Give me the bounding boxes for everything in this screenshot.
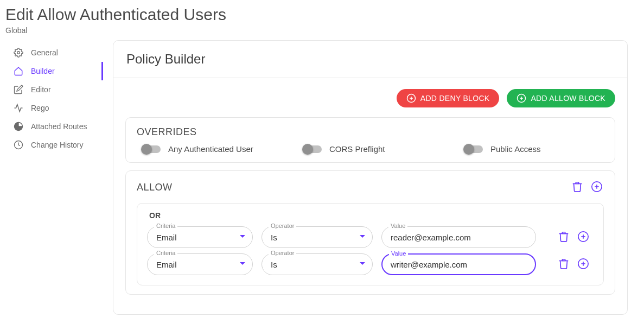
value-text[interactable] [391,260,529,269]
svg-point-0 [17,52,20,54]
trash-icon [571,181,583,193]
allow-section: ALLOW OR [125,170,615,295]
field-label: Value [388,223,407,229]
pie-chart-icon [14,122,23,131]
button-label: ADD ALLOW BLOCK [531,94,605,103]
chevron-down-icon [359,259,366,269]
add-rule-button[interactable] [576,230,590,245]
rule-row: Criteria Email Operator Is [147,226,594,248]
activity-icon [14,103,23,113]
criteria-value: Email [156,233,239,242]
sidebar-item-label: General [31,48,58,57]
toggle-any-authenticated-user[interactable] [142,145,161,153]
trash-icon [558,258,570,270]
override-label: Any Authenticated User [168,144,253,154]
plus-circle-icon [577,258,589,270]
sidebar-item-label: Change History [31,141,84,149]
toggle-cors-preflight[interactable] [303,145,322,153]
operator-value: Is [271,233,359,242]
page-subtitle: Global [5,26,639,35]
plus-circle-icon [406,93,416,103]
add-group-button[interactable] [590,180,604,195]
override-label: CORS Preflight [329,144,385,154]
sidebar-item-attached-routes[interactable]: Attached Routes [0,117,103,136]
rule-row: Criteria Email Operator Is [147,253,594,275]
criteria-select[interactable]: Criteria Email [147,226,253,248]
gear-icon [14,48,23,58]
or-group: OR Criteria Email Operator [137,203,604,285]
criteria-select[interactable]: Criteria Email [147,253,253,275]
value-input[interactable]: Value [381,226,536,248]
plus-circle-icon [591,181,603,193]
delete-rule-button[interactable] [557,230,571,245]
add-rule-button[interactable] [576,257,590,272]
override-label: Public Access [490,144,541,154]
sidebar-item-builder[interactable]: Builder [0,62,103,80]
operator-value: Is [271,260,359,269]
card-title: Policy Builder [113,41,627,78]
policy-builder-card: Policy Builder ADD DENY BLOCK ADD ALLOW … [113,40,628,315]
operator-select[interactable]: Operator Is [262,253,373,275]
sidebar-item-label: Attached Routes [31,122,87,131]
value-text[interactable] [391,233,529,242]
plus-circle-icon [517,93,526,103]
field-label: Value [389,250,408,257]
trash-icon [558,231,570,243]
sidebar-item-editor[interactable]: Editor [0,80,103,99]
chevron-down-icon [359,232,366,242]
sidebar: General Builder Editor Rego Attached Rou… [0,38,103,324]
sidebar-item-label: Rego [31,104,49,112]
button-label: ADD DENY BLOCK [420,94,490,103]
or-label: OR [149,211,594,220]
operator-select[interactable]: Operator Is [262,226,373,248]
sidebar-item-change-history[interactable]: Change History [0,136,103,154]
toggle-public-access[interactable] [464,145,483,153]
clock-icon [14,140,23,150]
edit-icon [14,85,23,94]
page-title: Edit Allow Authenticated Users [5,5,639,24]
delete-block-button[interactable] [570,180,584,195]
sidebar-item-label: Editor [31,85,51,94]
sidebar-item-rego[interactable]: Rego [0,99,103,117]
overrides-section: OVERRIDES Any Authenticated User CORS Pr… [125,117,615,163]
chevron-down-icon [239,259,246,269]
value-input[interactable]: Value [381,253,536,275]
section-title: OVERRIDES [137,126,197,138]
field-label: Criteria [154,250,177,256]
field-label: Operator [269,250,296,256]
sidebar-item-label: Builder [31,67,55,75]
criteria-value: Email [156,260,239,269]
add-deny-block-button[interactable]: ADD DENY BLOCK [397,89,500,107]
section-title: ALLOW [137,182,173,193]
add-allow-block-button[interactable]: ADD ALLOW BLOCK [507,89,615,107]
field-label: Criteria [154,223,177,229]
sidebar-item-general[interactable]: General [0,43,103,62]
home-icon [14,66,23,76]
delete-rule-button[interactable] [557,257,571,272]
chevron-down-icon [239,232,246,242]
plus-circle-icon [577,231,589,243]
field-label: Operator [269,223,296,229]
